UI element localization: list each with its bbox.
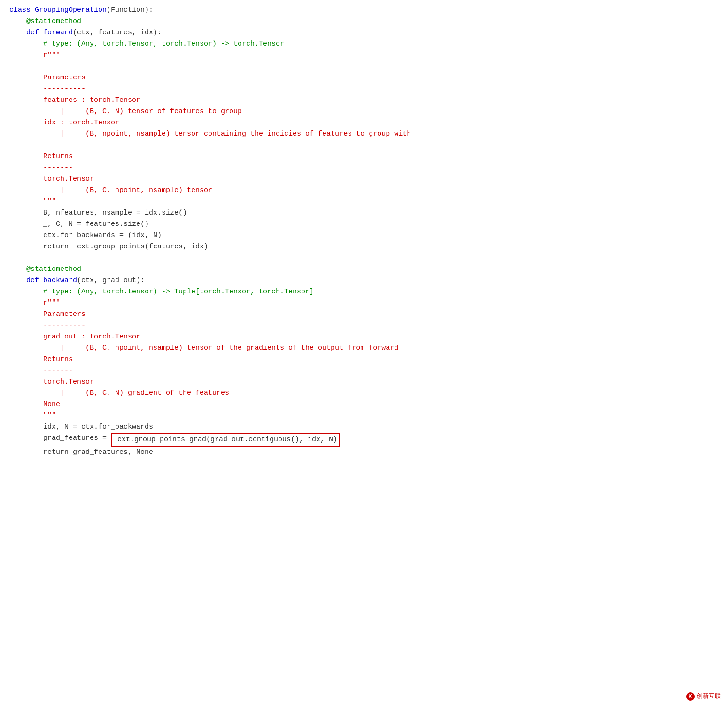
watermark-icon: K bbox=[686, 692, 695, 701]
code-line: features : torch.Tensor bbox=[0, 95, 728, 106]
code-token: torch.Tensor bbox=[43, 376, 94, 388]
code-line: idx, N = ctx.for_backwards bbox=[0, 422, 728, 433]
code-block: class GroupingOperation(Function): @stat… bbox=[0, 5, 728, 458]
code-token: _, C, N = features.size() bbox=[43, 219, 149, 230]
code-line: r""" bbox=[0, 298, 728, 309]
code-token bbox=[9, 129, 43, 140]
watermark: K 创新互联 bbox=[686, 691, 721, 701]
code-token bbox=[9, 207, 43, 219]
code-line: grad_out : torch.Tensor bbox=[0, 331, 728, 343]
code-token: Parameters bbox=[43, 309, 85, 320]
code-token: grad_features = bbox=[43, 433, 111, 447]
code-line: grad_features = _ext.group_points_grad(g… bbox=[0, 433, 728, 447]
code-token: return grad_features, None bbox=[43, 447, 153, 458]
code-token bbox=[9, 275, 26, 286]
code-token: (B, C, npoint, nsample) tensor of the gr… bbox=[69, 343, 398, 354]
code-line: | (B, C, npoint, nsample) tensor of the … bbox=[0, 343, 728, 354]
code-token: backward bbox=[43, 275, 77, 286]
code-line: Parameters bbox=[0, 309, 728, 320]
code-token: None bbox=[43, 399, 60, 410]
code-line: class GroupingOperation(Function): bbox=[0, 5, 728, 16]
code-line bbox=[0, 61, 728, 72]
code-token bbox=[9, 388, 43, 399]
code-line: Returns bbox=[0, 151, 728, 162]
code-token bbox=[9, 117, 43, 129]
code-token: Returns bbox=[43, 354, 73, 365]
code-token: r""" bbox=[43, 50, 60, 61]
code-line: return grad_features, None bbox=[0, 447, 728, 458]
code-token: (B, C, N) gradient of the features bbox=[69, 388, 229, 399]
code-line: ctx.for_backwards = (idx, N) bbox=[0, 230, 728, 241]
code-line: # type: (Any, torch.tensor) -> Tuple[tor… bbox=[0, 286, 728, 298]
code-line: | (B, C, N) gradient of the features bbox=[0, 388, 728, 399]
code-line: | (B, C, npoint, nsample) tensor bbox=[0, 185, 728, 196]
code-token bbox=[9, 84, 43, 95]
vbar: | bbox=[43, 388, 69, 399]
code-token bbox=[9, 162, 43, 174]
code-line: def forward(ctx, features, idx): bbox=[0, 27, 728, 38]
code-token bbox=[9, 422, 43, 433]
code-line: ------- bbox=[0, 162, 728, 174]
code-token bbox=[9, 174, 43, 185]
code-line: def backward(ctx, grad_out): bbox=[0, 275, 728, 286]
code-token bbox=[9, 219, 43, 230]
code-token: Returns bbox=[43, 151, 73, 162]
code-token: grad_out : torch.Tensor bbox=[43, 331, 140, 343]
code-token: idx : torch.Tensor bbox=[43, 117, 119, 129]
code-token bbox=[9, 16, 26, 27]
code-token: idx, N = ctx.for_backwards bbox=[43, 422, 153, 433]
code-line: None bbox=[0, 399, 728, 410]
code-line: ------- bbox=[0, 365, 728, 376]
code-token: ---------- bbox=[43, 320, 85, 331]
code-line: Returns bbox=[0, 354, 728, 365]
code-token: features : torch.Tensor bbox=[43, 95, 140, 106]
code-token: def bbox=[26, 27, 43, 38]
code-token: (B, C, N) tensor of features to group bbox=[69, 106, 242, 117]
code-token bbox=[9, 320, 43, 331]
code-token bbox=[9, 433, 43, 447]
code-token bbox=[9, 151, 43, 162]
code-line: Parameters bbox=[0, 72, 728, 84]
code-token bbox=[9, 106, 43, 117]
code-token: ctx.for_backwards = (idx, N) bbox=[43, 230, 162, 241]
code-token: class bbox=[9, 5, 35, 16]
code-line: """ bbox=[0, 410, 728, 422]
code-token: ---------- bbox=[43, 84, 85, 95]
code-token bbox=[9, 309, 43, 320]
code-line: | (B, npoint, nsample) tensor containing… bbox=[0, 129, 728, 140]
code-token: # type: (Any, torch.Tensor, torch.Tensor… bbox=[43, 38, 284, 50]
code-line: return _ext.group_points(features, idx) bbox=[0, 241, 728, 253]
code-token: Parameters bbox=[43, 72, 85, 84]
code-token bbox=[9, 27, 26, 38]
code-token: @staticmethod bbox=[26, 16, 81, 27]
code-line: B, nfeatures, nsample = idx.size() bbox=[0, 207, 728, 219]
code-token: torch.Tensor bbox=[43, 174, 94, 185]
code-token bbox=[9, 343, 43, 354]
code-token: B, nfeatures, nsample = idx.size() bbox=[43, 207, 187, 219]
code-token: (ctx, grad_out): bbox=[77, 275, 145, 286]
code-token bbox=[9, 38, 43, 50]
code-token bbox=[9, 447, 43, 458]
code-token: (Function): bbox=[107, 5, 153, 16]
vbar: | bbox=[43, 106, 69, 117]
code-line: torch.Tensor bbox=[0, 376, 728, 388]
code-line: ---------- bbox=[0, 320, 728, 331]
vbar: | bbox=[43, 343, 69, 354]
code-token: (ctx, features, idx): bbox=[73, 27, 162, 38]
code-token: forward bbox=[43, 27, 73, 38]
vbar: | bbox=[43, 185, 69, 196]
code-token bbox=[9, 376, 43, 388]
code-token bbox=[9, 241, 43, 253]
code-token bbox=[9, 286, 43, 298]
code-token bbox=[9, 264, 26, 275]
code-line: @staticmethod bbox=[0, 264, 728, 275]
code-token bbox=[9, 354, 43, 365]
code-line: @staticmethod bbox=[0, 16, 728, 27]
vbar: | bbox=[43, 129, 69, 140]
code-token: def bbox=[26, 275, 43, 286]
code-token bbox=[9, 399, 43, 410]
code-token bbox=[9, 95, 43, 106]
code-token: """ bbox=[43, 196, 56, 207]
code-line: # type: (Any, torch.Tensor, torch.Tensor… bbox=[0, 38, 728, 50]
code-token: (B, npoint, nsample) tensor containing t… bbox=[69, 129, 411, 140]
